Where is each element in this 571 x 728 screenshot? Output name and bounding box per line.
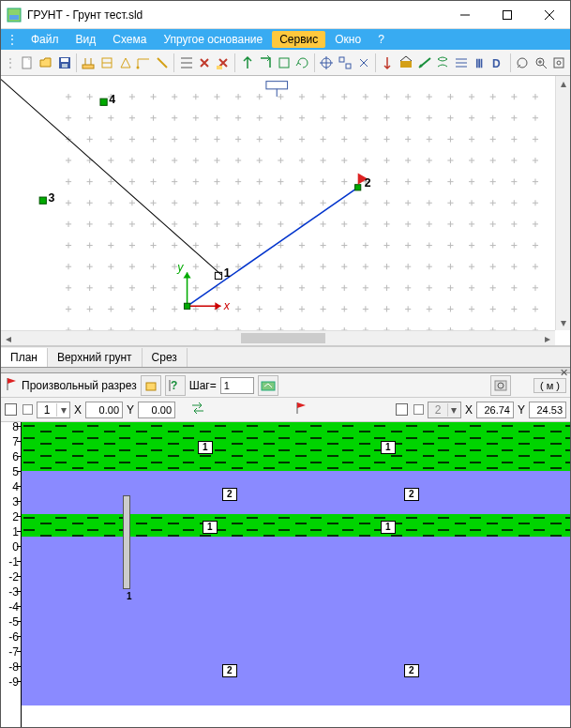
menubar: ⋮ Файл Вид Схема Упругое основание Серви…: [1, 29, 570, 50]
svg-text:D: D: [492, 57, 501, 70]
tool-26-icon[interactable]: [514, 53, 532, 73]
point-4[interactable]: 4: [100, 93, 115, 106]
svg-text:y: y: [176, 261, 184, 274]
menu-file[interactable]: Файл: [23, 31, 67, 48]
menu-view[interactable]: Вид: [68, 31, 104, 48]
svg-point-41: [557, 61, 561, 65]
section-btn-b[interactable]: [258, 375, 278, 396]
plan-hscroll[interactable]: ◂ ▸: [1, 330, 555, 345]
step-input[interactable]: [220, 377, 254, 394]
plan-vscroll[interactable]: ▴ ▾: [555, 76, 570, 330]
tool-19-icon[interactable]: [379, 53, 397, 73]
left-point-combo[interactable]: 1▾: [37, 402, 70, 418]
tool-07-icon[interactable]: [135, 53, 153, 73]
tool-28-icon[interactable]: [550, 53, 568, 73]
panel-close-icon[interactable]: ✕: [560, 367, 568, 379]
tool-20-icon[interactable]: [398, 53, 415, 73]
right-y-input[interactable]: [529, 402, 566, 418]
tab-plan[interactable]: План: [1, 348, 48, 368]
save-file-icon[interactable]: [55, 53, 73, 73]
left-x-label: X: [74, 403, 82, 417]
section-btn-c[interactable]: [490, 375, 511, 396]
right-x-input[interactable]: [476, 402, 514, 418]
tool-25-icon[interactable]: D: [489, 53, 507, 73]
tool-21-icon[interactable]: [415, 53, 433, 73]
right-marker-icon: [413, 404, 424, 415]
tool-18-icon[interactable]: [354, 53, 372, 73]
layer-label: 1: [198, 441, 213, 454]
minimize-button[interactable]: [443, 1, 486, 29]
tool-16-icon[interactable]: [318, 53, 336, 73]
tool-09-icon[interactable]: [177, 53, 195, 73]
tool-10-icon[interactable]: [196, 53, 214, 73]
svg-rect-620: [22, 422, 570, 471]
menu-window[interactable]: Окно: [327, 31, 368, 48]
tool-06-icon[interactable]: [116, 53, 134, 73]
maximize-button[interactable]: [486, 1, 528, 29]
right-point-combo[interactable]: 2▾: [428, 402, 461, 418]
tool-23-icon[interactable]: [453, 53, 471, 73]
svg-point-15: [137, 66, 140, 68]
tool-08-icon[interactable]: [154, 53, 172, 73]
tool-24-icon[interactable]: Ⅲ: [471, 53, 488, 73]
unit-label[interactable]: ( м ): [533, 378, 566, 393]
left-x-input[interactable]: [85, 402, 123, 418]
close-button[interactable]: [528, 1, 570, 29]
left-y-input[interactable]: [138, 402, 175, 418]
tool-13-icon[interactable]: [257, 53, 275, 73]
pile-label: 1: [127, 591, 132, 601]
menu-service[interactable]: Сервис: [272, 31, 325, 48]
zoom-extents-icon[interactable]: [532, 53, 549, 73]
tool-14-icon[interactable]: [276, 53, 293, 73]
scroll-up-icon[interactable]: ▴: [556, 76, 570, 91]
svg-rect-27: [400, 61, 412, 68]
svg-rect-621: [22, 514, 570, 537]
svg-line-37: [543, 65, 547, 68]
svg-rect-3: [503, 10, 511, 19]
right-checkbox[interactable]: [396, 403, 408, 416]
section-title: Произвольный разрез: [22, 379, 137, 392]
scroll-down-icon[interactable]: ▾: [556, 315, 570, 330]
menu-scheme[interactable]: Схема: [105, 31, 154, 48]
tab-top-soil[interactable]: Верхний грунт: [48, 348, 143, 367]
titlebar: ГРУНТ - Грунт тест.sld: [1, 1, 570, 29]
section-line[interactable]: [188, 188, 358, 307]
scroll-right-icon[interactable]: ▸: [540, 331, 555, 345]
plan-canvas[interactable]: x y 1 2 3: [1, 76, 570, 346]
menu-handle-icon: ⋮: [5, 33, 22, 46]
layer-label: 2: [404, 664, 419, 677]
pile-1[interactable]: [123, 495, 130, 589]
new-file-icon[interactable]: [19, 53, 37, 73]
menu-help[interactable]: ?: [370, 31, 392, 48]
tool-12-icon[interactable]: [238, 53, 256, 73]
section-canvas[interactable]: 876543210-1-2-3-4-5-6-7-8-9 1 1 2 2 1 1 …: [1, 422, 570, 727]
tool-04-icon[interactable]: [80, 53, 98, 73]
point-3[interactable]: 3: [39, 191, 54, 205]
tool-11-icon[interactable]: [215, 53, 233, 73]
origin-point[interactable]: x y 1: [1, 80, 231, 313]
swap-button[interactable]: [190, 402, 205, 417]
svg-rect-611: [146, 383, 156, 390]
hscroll-thumb[interactable]: [241, 333, 325, 343]
svg-text:3: 3: [48, 191, 54, 205]
svg-rect-26: [346, 64, 351, 68]
splitter[interactable]: ✕: [1, 367, 570, 373]
app-icon: [7, 8, 22, 23]
svg-rect-1: [9, 15, 19, 20]
left-checkbox[interactable]: [5, 403, 17, 416]
tool-05-icon[interactable]: [98, 53, 116, 73]
svg-rect-606: [39, 197, 46, 204]
tab-slice[interactable]: Срез: [143, 348, 188, 367]
center-flag-button[interactable]: [294, 402, 308, 417]
open-file-icon[interactable]: [38, 53, 55, 73]
tool-15-icon[interactable]: [293, 53, 311, 73]
section-help-icon[interactable]: ?: [165, 375, 186, 396]
menu-elastic[interactable]: Упругое основание: [156, 31, 270, 48]
svg-rect-601: [215, 272, 221, 279]
tool-22-icon[interactable]: [434, 53, 452, 73]
section-btn-a[interactable]: [141, 375, 161, 396]
tool-17-icon[interactable]: [337, 53, 354, 73]
svg-rect-25: [339, 57, 344, 62]
plan-tabs: План Верхний грунт Срез: [1, 346, 570, 367]
scroll-left-icon[interactable]: ◂: [1, 331, 16, 345]
